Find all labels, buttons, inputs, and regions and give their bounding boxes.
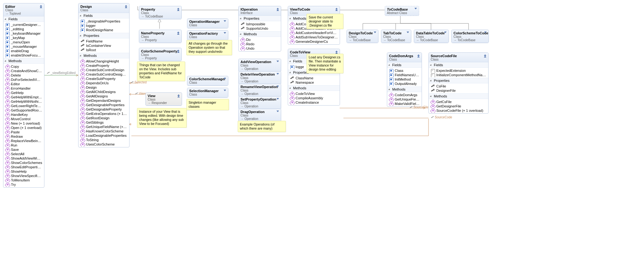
member-item[interactable]: CsFile [429, 84, 488, 88]
member-item[interactable]: CompileAssembly [288, 96, 340, 100]
chevron-icon[interactable] [335, 8, 338, 11]
member-item[interactable]: GetUniqueFieldName (+ 1 o… [79, 125, 129, 129]
member-item[interactable]: MoveControl [3, 117, 44, 121]
member-item[interactable]: CodeToView [288, 91, 340, 96]
member-item[interactable]: GetHelpWithNothin… [3, 99, 44, 104]
chevron-icon[interactable] [483, 54, 486, 57]
member-item[interactable]: ClassName [288, 76, 340, 80]
member-item[interactable]: GetHelpWithEmpty… [3, 95, 44, 99]
member-item[interactable]: GetRootDesign [79, 116, 129, 120]
section-fields[interactable]: Fields [429, 62, 488, 68]
member-item[interactable]: GetCsFile [429, 100, 488, 104]
member-item[interactable]: Namespace [288, 80, 340, 85]
section-properties[interactable]: Properties [79, 33, 129, 38]
member-item[interactable]: LoadDesignableProperties [79, 133, 129, 138]
member-item[interactable]: ReplaceViewBeingE… [3, 139, 44, 143]
member-item[interactable]: CreateSubProperty [79, 77, 129, 81]
member-item[interactable]: ShowColorSchemes [3, 161, 44, 165]
member-item[interactable]: GetExtraOperations (+ 1 ove… [79, 111, 129, 116]
section-properties[interactable]: Properties [429, 78, 488, 83]
member-item[interactable]: enableDrag [3, 49, 44, 53]
member-item[interactable]: Class [387, 68, 422, 73]
member-item[interactable]: _menuOpen [3, 40, 44, 44]
member-item[interactable]: enableShowFocused [3, 53, 44, 57]
member-item[interactable]: logger [79, 23, 129, 28]
chevron-icon[interactable] [39, 5, 42, 8]
member-item[interactable]: UsesColorScheme [79, 142, 129, 146]
chevron-icon[interactable] [176, 50, 180, 53]
chevron-icon[interactable] [373, 32, 376, 35]
member-item[interactable]: AddCustomHeaderForViewFile [288, 31, 340, 35]
member-item[interactable]: ShowAddViewWind… [3, 156, 44, 161]
member-item[interactable]: Copy [3, 64, 44, 69]
member-item[interactable]: Design [79, 85, 129, 90]
member-item[interactable]: GetSupportedRoot… [3, 108, 44, 112]
member-item[interactable]: ToString [79, 138, 129, 142]
section-methods[interactable]: Methods [387, 86, 422, 92]
chevron-icon[interactable] [276, 73, 279, 76]
member-item[interactable]: InitializeComponentMethodName [429, 73, 488, 77]
member-item[interactable]: RootDesignName [79, 28, 129, 32]
member-item[interactable]: IsRoot [79, 48, 129, 52]
member-item[interactable]: ErrorHandler [3, 86, 44, 91]
member-item[interactable]: GetHelp [3, 91, 44, 95]
member-item[interactable]: FieldNamesUsed [387, 73, 422, 77]
member-item[interactable]: _editting [3, 27, 44, 31]
member-item[interactable]: _designableProperties [79, 19, 129, 23]
member-item[interactable]: _currentDesignerFile [3, 22, 44, 27]
chevron-icon[interactable] [176, 8, 180, 11]
member-item[interactable]: DoForSelectedViews [3, 77, 44, 82]
member-item[interactable]: DesignerFile [429, 88, 488, 93]
member-item[interactable]: ToMenuItem [3, 178, 44, 182]
member-item[interactable]: Save [3, 147, 44, 152]
member-item[interactable]: GetUniqueField… [387, 97, 422, 101]
member-item[interactable]: New (+ 1 overload) [3, 121, 44, 126]
chevron-icon[interactable] [177, 94, 180, 97]
member-item[interactable]: GetAllChildDesigns [79, 90, 129, 94]
member-item[interactable]: OutputAlready [387, 82, 422, 86]
member-item[interactable]: ShowViewSpecificO… [3, 174, 44, 178]
member-item[interactable]: Do [239, 37, 281, 42]
member-item[interactable]: GenerateDesignerCs [288, 39, 340, 44]
member-item[interactable]: ShowEditProperties… [3, 165, 44, 169]
chevron-icon[interactable] [276, 61, 279, 64]
member-item[interactable]: AddSubViewsToDesignerCs [288, 35, 340, 39]
member-item[interactable]: GetDesignableProperties [79, 103, 129, 107]
member-item[interactable]: GetDependantDesigns [79, 98, 129, 103]
member-item[interactable]: Redo [239, 42, 281, 46]
chevron-icon[interactable] [223, 90, 226, 93]
member-item[interactable]: Undo [239, 46, 281, 51]
member-item[interactable]: _keyMap [3, 36, 44, 40]
member-item[interactable]: SourceCodeFile (+ 1 overload) [429, 108, 488, 113]
chevron-icon[interactable] [176, 32, 180, 35]
member-item[interactable]: GetLowerRightTextIf… [3, 104, 44, 108]
member-item[interactable]: ExpectedExtension [429, 68, 488, 73]
section-methods[interactable]: Methods [288, 85, 340, 91]
member-item[interactable]: MakeValidField… [387, 101, 422, 106]
member-item[interactable]: Delete [3, 73, 44, 77]
chevron-icon[interactable] [335, 51, 338, 54]
section-methods[interactable]: Methods [239, 31, 281, 37]
chevron-icon[interactable] [484, 32, 487, 35]
chevron-icon[interactable] [223, 20, 226, 23]
member-item[interactable]: IsContainerView [79, 43, 129, 48]
member-item[interactable]: HandleKey [3, 112, 44, 117]
member-item[interactable]: GetDesignableProperty [79, 107, 129, 111]
section-fields[interactable]: Fields [3, 16, 44, 22]
member-item[interactable]: CreateAndShowCon… [3, 69, 44, 73]
chevron-icon[interactable] [444, 32, 447, 35]
member-item[interactable]: DependsOnUs [79, 81, 129, 85]
section-fields[interactable]: Fields [387, 62, 422, 68]
member-item[interactable]: SelectAll [3, 152, 44, 156]
member-item[interactable]: IsImpossible [239, 22, 281, 26]
member-item[interactable]: AllowChangingHeight [79, 59, 129, 63]
member-item[interactable]: SupportsUndo [239, 26, 281, 31]
chevron-icon[interactable] [276, 8, 279, 11]
member-item[interactable]: ShowHelp [3, 169, 44, 174]
chevron-icon[interactable] [406, 32, 409, 35]
chevron-icon[interactable] [414, 8, 417, 11]
member-item[interactable]: _mouseManager [3, 44, 44, 49]
member-item[interactable]: Redraw [3, 134, 44, 139]
member-item[interactable]: Paste [3, 130, 44, 134]
member-item[interactable]: GetSiblings [79, 120, 129, 125]
